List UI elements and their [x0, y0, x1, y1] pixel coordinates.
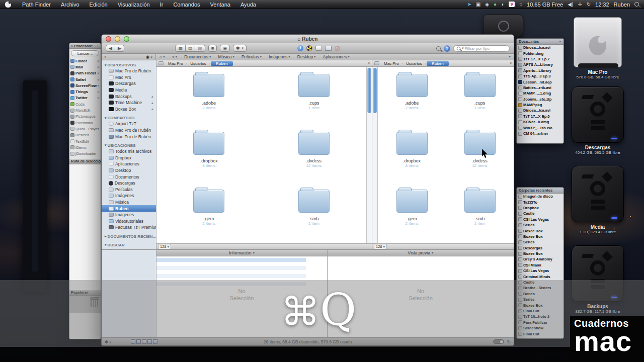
file-item[interactable]: APTS A...Library: [517, 62, 564, 67]
sync-icon[interactable]: ↻: [587, 2, 591, 8]
user-menu[interactable]: Ruben: [614, 2, 630, 8]
sidebar-item[interactable]: Descargas: [102, 180, 156, 187]
collapse-icon[interactable]: «: [559, 39, 561, 44]
disclosure-icon[interactable]: ▸: [105, 55, 107, 59]
crosshair-icon[interactable]: ✛: [578, 2, 582, 8]
favorite-heart[interactable]: ♥ ▾: [169, 54, 181, 59]
folder-item[interactable]: .smb 1 ítem: [446, 190, 514, 247]
breadcrumb-macpro[interactable]: Mac Pro: [381, 61, 401, 66]
folder-item[interactable]: Boxee Box: [517, 234, 564, 239]
process-item[interactable]: TextEdit: [69, 138, 101, 144]
menu-item[interactable]: Ventana: [205, 2, 235, 8]
process-item[interactable]: ScreenFlow ✕: [69, 82, 101, 88]
process-item[interactable]: jDownloader: [69, 150, 101, 156]
icon-size-control[interactable]: 128▾: [374, 244, 387, 249]
menu-item[interactable]: Path Finder: [17, 2, 56, 8]
target-menu[interactable]: ◉ ▾: [146, 54, 152, 59]
file-item[interactable]: TzT 17...X Ep.6: [517, 114, 564, 119]
file-item[interactable]: TTS Ap...3 Ep.3: [517, 73, 564, 79]
folder-item[interactable]: CSI Las Vegas: [517, 268, 564, 274]
favorite-item[interactable]: Aplicaciones▾: [319, 54, 353, 59]
folder-item[interactable]: TaZZiTo: [517, 199, 564, 205]
folder-item[interactable]: Dropbox: [517, 205, 564, 211]
file-item[interactable]: WinXP_...ish.iso: [517, 125, 564, 130]
file-item[interactable]: MAMP.pkg: [517, 102, 564, 108]
spotlight-icon[interactable]: [634, 2, 639, 7]
favorite-item[interactable]: Documentos▾: [181, 54, 214, 59]
quit-icon[interactable]: ✕: [97, 78, 100, 81]
section-recent-documents[interactable]: ▸DOCUMENTOS RECIEN...: [102, 233, 156, 239]
sidebar-item[interactable]: Imágenes: [102, 212, 156, 218]
process-item[interactable]: Coda: [69, 101, 101, 107]
drawer-header[interactable]: Docu...ntes «: [517, 39, 564, 45]
volume-icon[interactable]: ◀): [568, 2, 573, 8]
file-item[interactable]: Apertu...Library: [517, 68, 564, 73]
overflow-menu-icon[interactable]: ▾: [509, 55, 514, 59]
section-search[interactable]: ▾BUSCAR: [102, 242, 156, 248]
folder-item[interactable]: Castle: [517, 211, 564, 216]
folder-icon[interactable]: [464, 132, 496, 155]
sidebar-item[interactable]: Ruben: [102, 205, 156, 212]
chevrons-icon[interactable]: »: [71, 44, 73, 48]
folder-item[interactable]: Criminal Minds: [517, 274, 564, 279]
breadcrumb-menu-icon[interactable]: ▾: [368, 61, 370, 65]
process-item[interactable]: Pixelmator: [69, 120, 101, 126]
hat-icon[interactable]: ◗: [501, 2, 504, 8]
list-view-button[interactable]: ▤: [186, 45, 196, 52]
folder-item[interactable]: CSI Miami: [517, 262, 564, 268]
file-item[interactable]: CM 04...artner: [517, 131, 564, 136]
desktop-volume-macpro[interactable]: Mac Pro 570.8 GB, 68.4 GB libre: [568, 17, 628, 79]
quit-icon[interactable]: ✕: [97, 90, 100, 94]
file-item[interactable]: Dinosa...ica.avi: [517, 45, 564, 50]
breadcrumb-ruben[interactable]: Ruben: [427, 61, 449, 66]
sidebar-item[interactable]: Música: [102, 199, 156, 206]
file-item[interactable]: Battles...rrik.avi: [517, 85, 564, 90]
sidebar-item[interactable]: Boxee Box ▲: [102, 106, 156, 113]
quit-icon[interactable]: ✕: [97, 59, 100, 63]
sidebar-item[interactable]: Aplicaciones: [102, 161, 156, 167]
filter-search-field[interactable]: ▾ Filtrar por tipo: [453, 45, 510, 52]
icon-view-button[interactable]: ▦: [175, 45, 186, 52]
folder-icon[interactable]: [396, 190, 428, 213]
menu-item[interactable]: Visualización: [113, 2, 155, 8]
folder-item[interactable]: .adobe 2 ítems: [378, 74, 446, 132]
folder-icon[interactable]: [396, 132, 428, 155]
scrollbar-thumb[interactable]: [367, 68, 371, 113]
forward-button[interactable]: ▶: [115, 45, 124, 52]
icon-size-control[interactable]: 128▾: [158, 244, 171, 249]
eject-icon[interactable]: ▲: [151, 107, 154, 111]
drop-stack-cell[interactable]: ▸ ◉ ▾: [102, 54, 156, 60]
folder-icon[interactable]: [193, 190, 224, 213]
folder-item[interactable]: .cups 1 ítem: [446, 74, 514, 132]
sidebar-item[interactable]: Backups ▲: [102, 93, 156, 100]
drawer-header[interactable]: Carpetas recientes: [517, 188, 564, 194]
idisk-icon[interactable]: [315, 46, 322, 51]
computer-icon[interactable]: [374, 61, 379, 65]
favorite-home[interactable]: ⌂ ▾: [156, 54, 169, 59]
sidebar-item[interactable]: Descargas: [102, 80, 156, 87]
process-item[interactable]: Finder ✕: [69, 58, 101, 64]
sidebar-item[interactable]: Todos mis archivos: [102, 148, 156, 155]
burn-icon[interactable]: [306, 45, 312, 51]
twitter-icon[interactable]: ➤: [467, 2, 471, 8]
dual-pane-icon[interactable]: [325, 46, 332, 51]
free-space-indicator[interactable]: 10.65 GB Free: [527, 2, 563, 8]
favorite-item[interactable]: Imágenes▾: [265, 54, 294, 59]
process-item[interactable]: iDemo: [69, 144, 101, 150]
folder-item[interactable]: Descargas: [517, 245, 564, 251]
back-button[interactable]: ◀: [106, 45, 115, 52]
folder-item[interactable]: Imagen de disco: [517, 194, 564, 199]
sidebar-item[interactable]: Películas: [102, 187, 156, 193]
section-shared[interactable]: ▾COMPARTIDO: [102, 115, 156, 121]
scrollbar[interactable]: [366, 67, 372, 243]
breadcrumb-usuarios[interactable]: Usuarios: [188, 61, 209, 66]
folder-icon[interactable]: [396, 74, 428, 97]
processes-header[interactable]: » Procesos ▾: [69, 43, 101, 49]
launch-button[interactable]: Lanzar...: [71, 50, 99, 56]
calendar-icon[interactable]: 9: [509, 2, 515, 7]
folder-item[interactable]: .dvdcss 12 ítems: [262, 132, 367, 190]
folder-item[interactable]: CSI Las Vegas: [517, 217, 564, 222]
globe-icon[interactable]: ●: [494, 2, 497, 8]
column-view-button[interactable]: ▥: [195, 45, 205, 52]
mac-pro-tower-icon[interactable]: [574, 17, 622, 67]
